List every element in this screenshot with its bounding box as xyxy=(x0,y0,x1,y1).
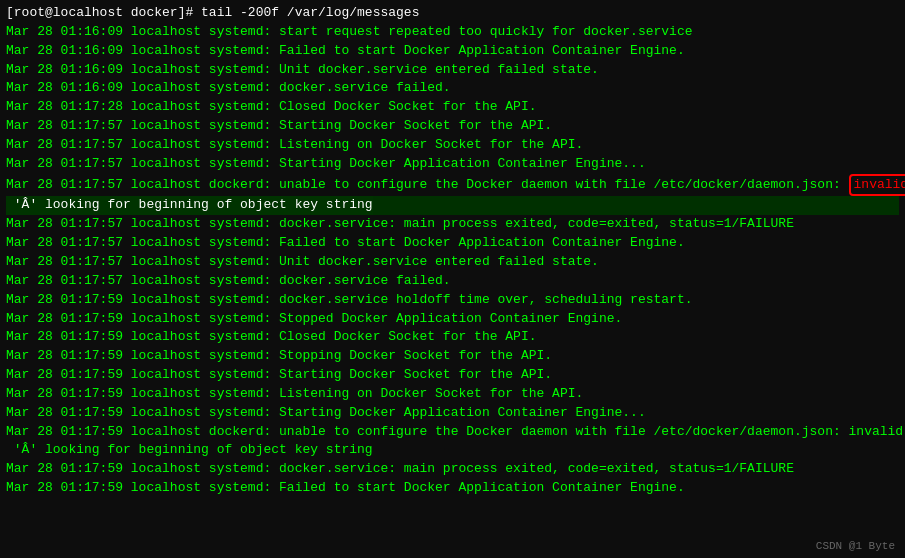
log-text: Mar 28 01:17:59 localhost systemd: Start… xyxy=(6,366,552,385)
log-text: Mar 28 01:17:59 localhost systemd: Liste… xyxy=(6,385,583,404)
log-text: Mar 28 01:17:57 localhost dockerd: unabl… xyxy=(6,176,849,195)
log-text: Mar 28 01:17:59 localhost systemd: Close… xyxy=(6,328,537,347)
log-line: Mar 28 01:16:09 localhost systemd: Faile… xyxy=(6,42,899,61)
log-line: Mar 28 01:17:57 localhost dockerd: unabl… xyxy=(6,174,899,197)
log-text: Mar 28 01:17:57 localhost systemd: docke… xyxy=(6,272,451,291)
log-line: Mar 28 01:17:59 localhost systemd: Liste… xyxy=(6,385,899,404)
log-line: Mar 28 01:17:28 localhost systemd: Close… xyxy=(6,98,899,117)
watermark: CSDN @1 Byte xyxy=(816,540,895,552)
log-text: Mar 28 01:17:59 localhost dockerd: unabl… xyxy=(6,423,905,442)
log-line: Mar 28 01:17:57 localhost systemd: Start… xyxy=(6,155,899,174)
log-line: Mar 28 01:17:57 localhost systemd: Faile… xyxy=(6,234,899,253)
log-line: Mar 28 01:17:59 localhost systemd: docke… xyxy=(6,291,899,310)
log-text: Mar 28 01:17:59 localhost systemd: Start… xyxy=(6,404,646,423)
log-text: Mar 28 01:17:59 localhost systemd: Faile… xyxy=(6,479,685,498)
log-line: Mar 28 01:17:59 localhost systemd: docke… xyxy=(6,460,899,479)
log-line: Mar 28 01:17:57 localhost systemd: docke… xyxy=(6,272,899,291)
log-line: Mar 28 01:17:57 localhost systemd: Start… xyxy=(6,117,899,136)
log-line: Mar 28 01:17:59 localhost systemd: Start… xyxy=(6,404,899,423)
log-line: 'Â' looking for beginning of object key … xyxy=(6,441,899,460)
log-text-continuation: 'Â' looking for beginning of object key … xyxy=(6,196,373,215)
log-line: Mar 28 01:17:59 localhost systemd: Start… xyxy=(6,366,899,385)
log-line: Mar 28 01:17:57 localhost systemd: docke… xyxy=(6,215,899,234)
log-text: 'Â' looking for beginning of object key … xyxy=(6,441,373,460)
invalid-character-label: invalid character xyxy=(849,174,905,197)
log-text: Mar 28 01:17:57 localhost systemd: Faile… xyxy=(6,234,685,253)
prompt-line: [root@localhost docker]# tail -200f /var… xyxy=(6,4,899,23)
log-line: Mar 28 01:17:59 localhost systemd: Stopp… xyxy=(6,347,899,366)
log-text: Mar 28 01:16:09 localhost systemd: start… xyxy=(6,23,693,42)
log-text: Mar 28 01:17:59 localhost systemd: Stopp… xyxy=(6,310,622,329)
log-text: Mar 28 01:16:09 localhost systemd: Faile… xyxy=(6,42,685,61)
log-text: Mar 28 01:17:59 localhost systemd: Stopp… xyxy=(6,347,552,366)
log-text: Mar 28 01:17:57 localhost systemd: Start… xyxy=(6,155,646,174)
log-line: Mar 28 01:17:59 localhost systemd: Stopp… xyxy=(6,310,899,329)
log-text: Mar 28 01:17:57 localhost systemd: Liste… xyxy=(6,136,583,155)
log-line: 'Â' looking for beginning of object key … xyxy=(6,196,899,215)
log-line: Mar 28 01:17:59 localhost dockerd: unabl… xyxy=(6,423,899,442)
prompt-text: [root@localhost docker]# tail -200f /var… xyxy=(6,4,419,23)
log-line: Mar 28 01:17:59 localhost systemd: Faile… xyxy=(6,479,899,498)
terminal-window: [root@localhost docker]# tail -200f /var… xyxy=(0,0,905,558)
log-text: Mar 28 01:16:09 localhost systemd: docke… xyxy=(6,79,451,98)
log-text: Mar 28 01:17:28 localhost systemd: Close… xyxy=(6,98,537,117)
log-line: Mar 28 01:17:57 localhost systemd: Liste… xyxy=(6,136,899,155)
log-line: Mar 28 01:16:09 localhost systemd: Unit … xyxy=(6,61,899,80)
log-text: Mar 28 01:17:59 localhost systemd: docke… xyxy=(6,291,693,310)
log-line: Mar 28 01:16:09 localhost systemd: docke… xyxy=(6,79,899,98)
log-text: Mar 28 01:17:57 localhost systemd: docke… xyxy=(6,215,794,234)
log-text: Mar 28 01:17:57 localhost systemd: Unit … xyxy=(6,253,599,272)
log-text: Mar 28 01:17:59 localhost systemd: docke… xyxy=(6,460,794,479)
log-line: Mar 28 01:17:59 localhost systemd: Close… xyxy=(6,328,899,347)
log-text: Mar 28 01:16:09 localhost systemd: Unit … xyxy=(6,61,599,80)
log-line: Mar 28 01:17:57 localhost systemd: Unit … xyxy=(6,253,899,272)
log-line: Mar 28 01:16:09 localhost systemd: start… xyxy=(6,23,899,42)
log-text: Mar 28 01:17:57 localhost systemd: Start… xyxy=(6,117,552,136)
